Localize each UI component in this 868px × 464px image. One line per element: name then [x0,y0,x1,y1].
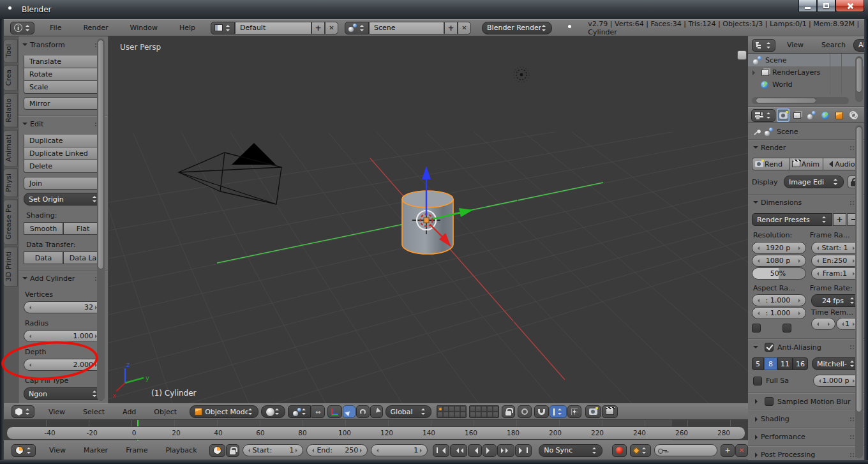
panel-title[interactable]: Render [761,144,849,152]
panel-title[interactable]: Shading [761,415,849,423]
panel-title[interactable]: Add Cylinder [30,274,94,283]
aa-filter-dropdown[interactable]: Mitchell- [812,357,860,370]
aa-samples-16[interactable]: 16 [793,357,808,370]
manipulator-scale-button[interactable] [370,405,383,418]
close-button[interactable] [835,0,864,12]
render-still-button[interactable]: Rend [752,158,789,170]
tool-shelf-tab[interactable]: Crea [4,64,18,91]
pin-icon[interactable] [753,128,761,136]
end-frame-field[interactable]: End: 250 [306,444,368,456]
layout-selector-icon[interactable] [211,22,235,34]
tool-button[interactable]: Duplicate [24,135,103,147]
aa-checkbox[interactable] [765,343,774,352]
aa-samples-8-active[interactable]: 8 [764,357,777,370]
aa-samples-5[interactable]: 5 [752,357,764,370]
scene-delete-button[interactable] [458,22,471,34]
play-reverse-button[interactable] [468,444,482,457]
tool-button[interactable]: Rotate [24,68,103,81]
resolution-percent-slider[interactable]: 50% [752,267,806,280]
scene-add-button[interactable] [444,22,458,34]
tool-shelf-tab[interactable]: Relatio [4,93,18,128]
panel-title[interactable]: Performance [761,433,849,441]
resolution-y-field[interactable]: 1080 p [752,255,806,267]
tab-object[interactable] [833,109,846,122]
jump-start-button[interactable] [433,444,449,457]
time-remap-old-field[interactable] [811,318,835,330]
expand-icon[interactable] [752,70,758,75]
outliner-editor-selector[interactable] [752,39,775,52]
menu-item[interactable]: View [781,41,810,49]
render-presets-dropdown[interactable]: Render Presets [752,213,832,226]
layout-delete-button[interactable] [325,22,338,34]
outliner-hscrollbar[interactable] [752,97,849,104]
tool-shelf-tab[interactable]: Grease Pe [4,199,18,244]
outliner-vscrollbar[interactable] [855,56,863,102]
tab-world[interactable] [819,109,832,122]
depth-field[interactable]: 2.000 [24,359,103,371]
tool-button[interactable]: Delete [24,160,103,173]
mode-dropdown[interactable]: Object Mode [190,405,258,418]
motion-blur-checkbox[interactable] [765,397,774,406]
panel-title[interactable]: Post Processing [761,451,849,459]
expand-icon[interactable] [755,417,760,422]
mirror-button[interactable]: Mirror [24,97,103,110]
menu-item[interactable]: Playback [159,446,203,454]
menu-item[interactable]: Add [116,408,142,416]
minimize-button[interactable] [798,0,817,12]
scene-selector-icon[interactable] [345,22,369,34]
render-anim-button[interactable] [602,405,618,418]
timeline-ruler[interactable]: -40-200204060801001201401601802002202402… [6,426,745,440]
keying-set-field[interactable] [654,444,717,456]
proportional-edit-button[interactable] [518,405,532,418]
collapse-icon[interactable] [753,146,758,151]
frame-step-field[interactable]: Fram:1 [811,267,860,280]
display-dropdown[interactable]: Image Edi [784,176,844,188]
layout-add-button[interactable] [311,22,325,34]
region-expand-button[interactable] [737,50,747,60]
border-checkbox[interactable] [752,324,761,333]
panel-title[interactable]: Anti-Aliasing [777,343,846,352]
expand-icon[interactable] [755,453,760,458]
layers-widget[interactable] [437,405,499,418]
maximize-button[interactable] [817,0,835,12]
current-frame-field[interactable]: 1 [371,444,428,456]
render-anim-button[interactable]: Anim [789,158,823,170]
menu-item[interactable]: Marker [77,446,114,454]
expand-icon[interactable] [755,435,760,440]
collapse-icon[interactable] [753,346,758,351]
keying-set-dropdown[interactable] [630,444,651,457]
pivot-align-toggle[interactable]: ⇔ [311,405,324,418]
tab-constraints[interactable] [847,109,860,122]
tab-render[interactable] [777,109,789,122]
camera-object[interactable] [179,143,281,204]
editor-type-selector[interactable] [10,22,34,34]
menu-item[interactable]: Render [77,24,114,32]
aa-size-field[interactable]: 1.000 p [813,375,860,387]
expand-icon[interactable] [755,399,760,404]
frame-start-field[interactable]: Start: 1 [811,242,860,254]
collapse-icon[interactable] [22,123,27,128]
panel-title[interactable]: Sampled Motion Blur [777,398,851,406]
outliner-item-renderlayers[interactable]: RenderLayers [748,66,864,79]
crop-checkbox[interactable] [782,324,791,333]
snap-target-button[interactable] [567,405,581,418]
cap-fill-dropdown[interactable]: Ngon [24,387,103,400]
layout-name-field[interactable]: Default [235,22,311,34]
tool-shelf-tab[interactable]: Animati [4,130,18,167]
shading-button[interactable]: Smooth [24,222,63,235]
playback-range-toggle[interactable] [209,444,225,457]
collapse-icon[interactable] [22,277,27,282]
menu-item[interactable]: View [43,446,72,454]
fps-dropdown[interactable]: 24 fps [811,294,860,307]
menu-item[interactable]: Frame [119,446,154,454]
tool-button[interactable]: Scale [24,81,103,94]
preset-add-button[interactable] [833,213,846,226]
lock-time-toggle[interactable] [226,444,239,457]
panel-title[interactable]: Edit [30,120,94,128]
join-button[interactable]: Join [24,177,103,190]
outliner-item-scene[interactable]: Scene [748,54,864,66]
menu-item[interactable]: File [43,24,68,32]
render-still-button[interactable] [585,405,601,418]
next-keyframe-button[interactable] [497,444,514,457]
start-frame-field[interactable]: Start: 1 [243,444,304,456]
